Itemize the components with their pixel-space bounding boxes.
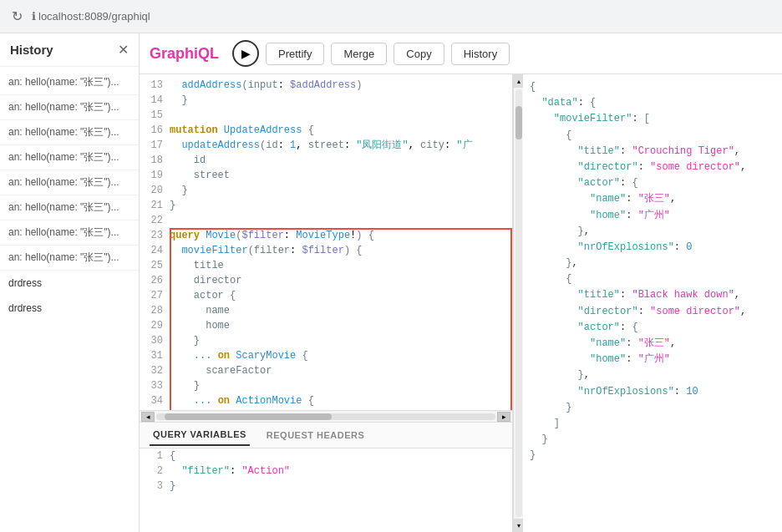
code-line: 15: [140, 108, 512, 123]
v-scroll-thumb[interactable]: [515, 106, 522, 139]
refresh-icon[interactable]: ↻: [8, 8, 25, 25]
scroll-down-arrow[interactable]: ▾: [514, 519, 524, 532]
code-line: 13 addAddress(input: $addAddress): [140, 78, 512, 93]
app-title: GraphiQL: [150, 45, 219, 63]
history-sidebar: History ✕ an: hello(name: "张三")... an: h…: [0, 33, 140, 532]
bottom-tabs: Query Variables Request Headers: [140, 422, 512, 448]
code-line: 14 }: [140, 93, 512, 108]
scroll-thumb[interactable]: [165, 413, 332, 420]
result-panel: { "data": { "movieFilter": [ { "title": …: [523, 74, 782, 532]
scroll-up-arrow[interactable]: ▴: [514, 74, 524, 88]
code-line: 33 }: [140, 378, 512, 393]
code-line: 35 nrOfExplosions: [140, 408, 512, 410]
main-area: GraphiQL ▶ Prettify Merge Copy History 1…: [140, 33, 782, 532]
browser-bar: ↻ ℹ localhost:8089/graphiql: [0, 0, 782, 33]
tab-request-headers[interactable]: Request Headers: [263, 425, 368, 445]
scroll-right-arrow[interactable]: ▸: [497, 412, 510, 422]
v-scroll-track[interactable]: [515, 89, 522, 517]
toolbar: GraphiQL ▶ Prettify Merge Copy History: [140, 33, 782, 74]
sidebar-item[interactable]: an: hello(name: "张三")...: [0, 246, 139, 271]
code-line: 18 id: [140, 153, 512, 168]
sidebar-item-address[interactable]: drdress: [0, 271, 139, 296]
code-line: 30 }: [140, 333, 512, 348]
merge-button[interactable]: Merge: [331, 43, 387, 65]
horizontal-scrollbar[interactable]: ◂ ▸: [140, 410, 512, 422]
code-line: 26 director: [140, 273, 512, 288]
editor-panel: 13 addAddress(input: $addAddress) 14 } 1…: [140, 74, 513, 532]
sidebar-items-list: an: hello(name: "张三")... an: hello(name:…: [0, 67, 139, 532]
history-button[interactable]: History: [451, 43, 510, 65]
scroll-track[interactable]: [156, 413, 495, 420]
code-editor[interactable]: 13 addAddress(input: $addAddress) 14 } 1…: [140, 74, 512, 410]
code-line: 31 ... on ScaryMovie {: [140, 348, 512, 363]
sidebar-item[interactable]: an: hello(name: "张三")...: [0, 195, 139, 220]
scroll-left-arrow[interactable]: ◂: [141, 412, 155, 422]
variables-editor[interactable]: 1 { 2 "filter": "Action" 3 }: [140, 448, 512, 532]
code-line: 27 actor {: [140, 288, 512, 303]
sidebar-item[interactable]: an: hello(name: "张三")...: [0, 145, 139, 170]
var-line: 1 {: [140, 448, 512, 464]
code-line: 22: [140, 213, 512, 228]
var-line: 3 }: [140, 479, 512, 494]
sidebar-item[interactable]: an: hello(name: "张三")...: [0, 120, 139, 145]
sidebar-item[interactable]: an: hello(name: "张三")...: [0, 95, 139, 120]
sidebar-item-address[interactable]: drdress: [0, 296, 139, 321]
close-sidebar-button[interactable]: ✕: [118, 42, 129, 58]
vertical-scrollbar[interactable]: ▴ ▾: [513, 74, 523, 532]
sidebar-title: History: [10, 43, 53, 57]
app-container: History ✕ an: hello(name: "张三")... an: h…: [0, 33, 782, 532]
editor-content: 13 addAddress(input: $addAddress) 14 } 1…: [140, 74, 512, 410]
code-line: 19 street: [140, 168, 512, 183]
sidebar-item[interactable]: an: hello(name: "张三")...: [0, 70, 139, 95]
code-line: 34 ... on ActionMovie {: [140, 393, 512, 408]
sidebar-item[interactable]: an: hello(name: "张三")...: [0, 170, 139, 195]
run-button[interactable]: ▶: [232, 40, 259, 67]
code-line: 23 query Movie($filter: MovieType!) {: [140, 228, 512, 243]
editor-result-container: 13 addAddress(input: $addAddress) 14 } 1…: [140, 74, 782, 532]
code-line: 20 }: [140, 183, 512, 198]
sidebar-item[interactable]: an: hello(name: "张三")...: [0, 220, 139, 246]
tab-query-variables[interactable]: Query Variables: [150, 424, 250, 446]
sidebar-header: History ✕: [0, 33, 139, 67]
code-line: 24 movieFilter(filter: $filter) {: [140, 243, 512, 258]
code-line: 17 updateAddress(id: 1, street: "凤阳街道", …: [140, 138, 512, 153]
secure-icon: ℹ localhost:8089/graphiql: [32, 10, 150, 23]
code-line: 21 }: [140, 198, 512, 213]
url-bar: localhost:8089/graphiql: [38, 10, 150, 23]
code-line: 29 home: [140, 318, 512, 333]
var-line: 2 "filter": "Action": [140, 464, 512, 479]
code-line: 32 scareFactor: [140, 363, 512, 378]
code-line: 28 name: [140, 303, 512, 318]
code-line: 16 mutation UpdateAddress {: [140, 123, 512, 138]
code-line: 25 title: [140, 258, 512, 273]
prettify-button[interactable]: Prettify: [266, 43, 324, 65]
copy-button[interactable]: Copy: [394, 43, 444, 65]
